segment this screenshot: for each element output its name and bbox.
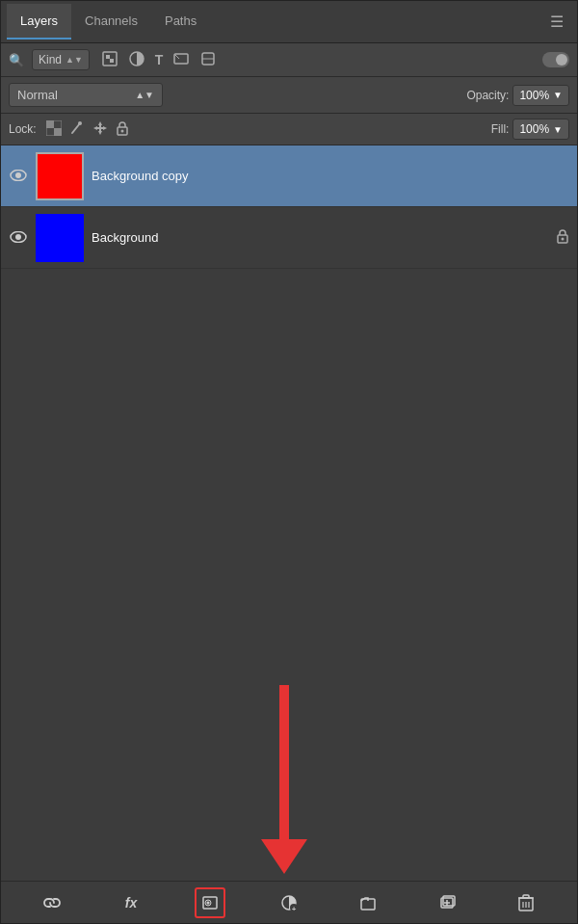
search-magnifier-icon: 🔍: [9, 53, 24, 67]
tab-layers[interactable]: Layers: [7, 4, 71, 40]
svg-rect-40: [523, 895, 529, 898]
blend-mode-arrow-icon: ▲▼: [135, 90, 154, 100]
filter-row: 🔍 Kind ▲▼ T: [1, 43, 577, 77]
bottom-toolbar: fx +: [1, 881, 577, 923]
fill-value-text: 100%: [519, 122, 549, 136]
shape-filter-icon[interactable]: [172, 50, 190, 70]
svg-point-12: [78, 121, 82, 125]
svg-point-20: [120, 129, 123, 132]
new-layer-mask-button[interactable]: [195, 887, 225, 918]
fill-dropdown[interactable]: 100% ▼: [512, 119, 569, 140]
layer-item[interactable]: Background: [1, 207, 577, 269]
layers-panel: Layers Channels Paths ☰ 🔍 Kind ▲▼: [0, 0, 578, 924]
blend-mode-dropdown[interactable]: Normal ▲▼: [9, 83, 163, 107]
layer-name: Background: [92, 230, 548, 245]
opacity-value-text: 100%: [519, 89, 549, 102]
pixel-filter-icon[interactable]: [101, 50, 118, 70]
svg-rect-9: [54, 128, 62, 136]
svg-rect-1: [106, 55, 110, 59]
blend-mode-value: Normal: [17, 88, 58, 102]
lock-image-pixels-icon[interactable]: [69, 120, 85, 139]
opacity-group: Opacity: 100% ▼: [466, 85, 569, 106]
layer-lock-icon: [556, 228, 569, 247]
svg-text:+: +: [292, 904, 297, 911]
layer-item[interactable]: Background copy: [1, 145, 577, 207]
svg-point-22: [15, 172, 21, 178]
delete-layer-button[interactable]: [511, 887, 541, 918]
layer-thumbnail: [36, 152, 84, 200]
smart-filter-icon[interactable]: [199, 50, 217, 70]
fill-group: Fill: 100% ▼: [491, 119, 569, 140]
layer-thumbnail: [36, 214, 84, 262]
filter-toggle[interactable]: [542, 52, 569, 67]
fill-label: Fill:: [491, 122, 510, 136]
tab-bar: Layers Channels Paths ☰: [1, 1, 577, 43]
link-layers-button[interactable]: [37, 887, 67, 918]
tab-channels[interactable]: Channels: [71, 4, 151, 40]
filter-kind-dropdown[interactable]: Kind ▲▼: [32, 49, 90, 70]
tab-paths[interactable]: Paths: [151, 4, 210, 40]
opacity-arrow-icon: ▼: [553, 90, 563, 100]
lock-label: Lock:: [9, 122, 37, 136]
svg-point-29: [207, 901, 210, 904]
layer-name: Background copy: [92, 169, 569, 183]
svg-rect-2: [110, 59, 114, 63]
opacity-dropdown[interactable]: 100% ▼: [512, 85, 569, 106]
lock-all-icon[interactable]: [116, 120, 129, 139]
svg-point-24: [15, 234, 21, 240]
lock-icons-group: [46, 120, 129, 139]
lock-transparent-pixels-icon[interactable]: [46, 120, 62, 139]
svg-rect-8: [46, 120, 54, 128]
opacity-label: Opacity:: [466, 89, 509, 102]
lock-position-icon[interactable]: [92, 120, 108, 139]
kind-arrow-icon: ▲▼: [66, 55, 83, 65]
svg-point-26: [562, 238, 565, 241]
new-layer-button[interactable]: [432, 887, 462, 918]
layer-visibility-icon[interactable]: [9, 229, 28, 247]
panel-menu-button[interactable]: ☰: [542, 9, 571, 35]
new-fill-adjustment-button[interactable]: +: [274, 887, 304, 918]
layer-visibility-icon[interactable]: [9, 168, 28, 185]
lock-fill-row: Lock:: [1, 114, 577, 145]
layer-effects-button[interactable]: fx: [116, 887, 146, 918]
text-filter-icon[interactable]: T: [155, 52, 164, 67]
filter-kind-label: Kind: [39, 53, 62, 66]
layers-list: Background copy Background: [1, 145, 577, 881]
fill-arrow-icon: ▼: [553, 124, 563, 135]
blend-opacity-row: Normal ▲▼ Opacity: 100% ▼: [1, 77, 577, 114]
adjustment-filter-icon[interactable]: [128, 50, 145, 70]
fx-label: fx: [125, 895, 137, 911]
filter-icons-group: T: [101, 50, 218, 70]
new-group-button[interactable]: [353, 887, 383, 918]
svg-rect-18: [96, 127, 104, 129]
